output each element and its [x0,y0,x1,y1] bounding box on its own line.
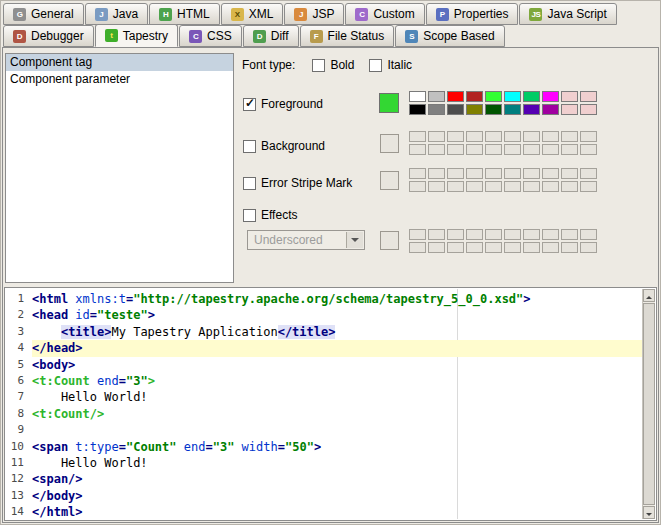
palette-swatch-empty[interactable] [485,229,502,240]
palette-swatch[interactable] [447,91,464,102]
palette-swatch-empty[interactable] [580,242,597,253]
palette-swatch[interactable] [504,91,521,102]
palette-swatch-empty[interactable] [504,168,521,179]
palette-swatch-empty[interactable] [523,168,540,179]
palette-swatch-empty[interactable] [504,131,521,142]
palette-swatch[interactable] [580,104,597,115]
code-line[interactable]: 13</body> [6,488,642,504]
palette-swatch-empty[interactable] [523,242,540,253]
palette-swatch-empty[interactable] [542,144,559,155]
palette-swatch-empty[interactable] [485,181,502,192]
palette-swatch-empty[interactable] [428,144,445,155]
preview-editor[interactable]: 1<html xmlns:t="http://tapestry.apache.o… [4,287,657,521]
palette-swatch[interactable] [580,91,597,102]
palette-swatch-empty[interactable] [561,242,578,253]
palette-swatch[interactable] [428,104,445,115]
palette-swatch[interactable] [542,91,559,102]
palette-swatch[interactable] [466,91,483,102]
palette-swatch-empty[interactable] [561,181,578,192]
palette-swatch[interactable] [561,104,578,115]
palette-swatch-empty[interactable] [409,181,426,192]
palette-swatch-empty[interactable] [428,181,445,192]
palette-swatch-empty[interactable] [409,242,426,253]
palette-swatch[interactable] [428,91,445,102]
palette-swatch-empty[interactable] [561,229,578,240]
tab-diff[interactable]: DDiff [243,25,299,47]
scroll-thumb[interactable] [643,303,655,505]
palette-swatch[interactable] [504,104,521,115]
palette-swatch-empty[interactable] [409,131,426,142]
palette-swatch-empty[interactable] [523,181,540,192]
palette-swatch-empty[interactable] [580,181,597,192]
code-line[interactable]: 1<html xmlns:t="http://tapestry.apache.o… [6,291,642,307]
palette-swatch-empty[interactable] [428,229,445,240]
palette-swatch-empty[interactable] [580,144,597,155]
palette-swatch-empty[interactable] [542,131,559,142]
palette-swatch-empty[interactable] [466,229,483,240]
palette-swatch[interactable] [523,91,540,102]
italic-checkbox[interactable] [369,59,382,72]
tab-properties[interactable]: PProperties [426,3,519,25]
list-item[interactable]: Component tag [6,54,233,71]
code-line[interactable]: 5<body> [6,357,642,373]
foreground-checkbox[interactable] [243,98,256,111]
palette-swatch[interactable] [485,104,502,115]
palette-swatch[interactable] [542,104,559,115]
error-stripe-color-swatch[interactable] [380,171,399,190]
palette-swatch-empty[interactable] [561,168,578,179]
tab-java-script[interactable]: JSJava Script [519,3,616,25]
code-line[interactable]: 11 Hello World! [6,455,642,471]
palette-swatch[interactable] [561,91,578,102]
palette-swatch-empty[interactable] [428,168,445,179]
tab-jsp[interactable]: JJSP [284,3,344,25]
palette-swatch-empty[interactable] [447,168,464,179]
effects-checkbox[interactable] [243,209,256,222]
palette-swatch-empty[interactable] [504,229,521,240]
scroll-up-button[interactable] [643,289,655,302]
palette-swatch-empty[interactable] [428,242,445,253]
palette-swatch-empty[interactable] [466,181,483,192]
background-checkbox[interactable] [243,140,256,153]
palette-swatch-empty[interactable] [409,144,426,155]
palette-swatch[interactable] [409,91,426,102]
tab-xml[interactable]: XXML [221,3,284,25]
error-stripe-checkbox[interactable] [243,177,256,190]
palette-swatch[interactable] [523,104,540,115]
palette-swatch-empty[interactable] [409,229,426,240]
tab-html[interactable]: HHTML [149,3,220,25]
palette-swatch-empty[interactable] [409,168,426,179]
scroll-down-button[interactable] [643,506,655,519]
palette-swatch-empty[interactable] [504,181,521,192]
code-line[interactable]: 6<t:Count end="3"> [6,373,642,389]
palette-swatch-empty[interactable] [542,229,559,240]
palette-swatch-empty[interactable] [466,131,483,142]
palette-swatch-empty[interactable] [580,229,597,240]
code-line[interactable]: 3 <title>My Tapestry Application</title> [6,324,642,340]
code-line[interactable]: 8<t:Count/> [6,406,642,422]
palette-swatch-empty[interactable] [542,168,559,179]
bold-checkbox[interactable] [312,59,325,72]
code-line[interactable]: 4</head> [6,340,642,356]
palette-swatch-empty[interactable] [561,131,578,142]
tab-custom[interactable]: CCustom [345,3,424,25]
code-line[interactable]: 7 Hello World! [6,389,642,405]
palette-swatch-empty[interactable] [504,242,521,253]
palette-swatch[interactable] [447,104,464,115]
palette-swatch-empty[interactable] [485,242,502,253]
palette-swatch-empty[interactable] [523,144,540,155]
palette-swatch-empty[interactable] [485,131,502,142]
code-line[interactable]: 2<head id="teste"> [6,307,642,323]
code-line[interactable]: 14</html> [6,504,642,519]
palette-swatch-empty[interactable] [447,242,464,253]
palette-swatch-empty[interactable] [485,144,502,155]
palette-swatch-empty[interactable] [447,131,464,142]
foreground-color-swatch[interactable] [379,93,399,113]
palette-swatch-empty[interactable] [447,229,464,240]
code-line[interactable]: 10<span t:type="Count" end="3" width="50… [6,439,642,455]
list-item[interactable]: Component parameter [6,71,233,88]
palette-swatch-empty[interactable] [466,168,483,179]
tab-tapestry[interactable]: tTapestry [95,24,178,47]
effects-color-swatch[interactable] [380,231,399,250]
palette-swatch-empty[interactable] [504,144,521,155]
palette-swatch[interactable] [466,104,483,115]
